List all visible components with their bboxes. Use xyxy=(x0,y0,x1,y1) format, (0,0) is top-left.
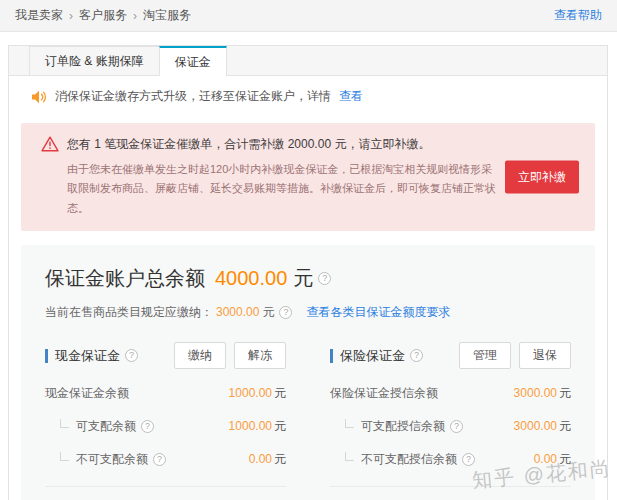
unfreeze-button[interactable]: 解冻 xyxy=(234,342,286,369)
row-value: 0.00 xyxy=(534,452,557,466)
deposit-columns: 现金保证金 ? 缴纳 解冻 现金保证金余额 1000.00元 可支配余额? 10… xyxy=(45,343,571,500)
help-icon[interactable]: ? xyxy=(318,272,331,285)
row-value: 1000.00 xyxy=(229,386,272,400)
row-value: 3000.00 xyxy=(514,419,557,433)
table-row: 现金保证金余额 1000.00元 xyxy=(45,385,286,402)
row-label: 不可支配余额 xyxy=(76,451,148,468)
surrender-button[interactable]: 退保 xyxy=(519,342,571,369)
help-icon[interactable]: ? xyxy=(141,420,154,433)
row-label: 保险保证金授信余额 xyxy=(330,385,438,402)
divider xyxy=(330,486,571,487)
tab-deposit[interactable]: 保证金 xyxy=(159,46,227,76)
divider xyxy=(45,486,286,487)
tree-connector xyxy=(60,452,69,461)
tab-strip: 订单险 & 账期保障 保证金 xyxy=(9,46,607,76)
breadcrumb-item-seller[interactable]: 我是卖家 xyxy=(15,7,63,24)
deposit-panel: 保证金账户总余额 4000.00 元 ? 当前在售商品类目规定应缴纳： 3000… xyxy=(21,245,595,500)
currency-unit: 元 xyxy=(293,265,313,292)
cash-deposit-title: 现金保证金 xyxy=(55,347,120,365)
account-total-label: 保证金账户总余额 xyxy=(45,265,205,292)
row-label: 不可支配授信余额 xyxy=(361,451,457,468)
currency-unit: 元 xyxy=(274,419,286,433)
payment-due-alert: 您有 1 笔现金保证金催缴单，合计需补缴 2000.00 元，请立即补缴。 由于… xyxy=(21,123,595,231)
help-icon[interactable]: ? xyxy=(279,306,292,319)
required-deposit-amount: 3000.00 xyxy=(216,305,259,319)
accent-bar xyxy=(330,349,333,363)
required-deposit-label: 当前在售商品类目规定应缴纳： xyxy=(45,304,213,321)
insurance-actions: 管理 退保 xyxy=(459,342,571,369)
breadcrumb: 我是卖家 › 客户服务 › 淘宝服务 xyxy=(15,7,191,24)
view-help-link[interactable]: 查看帮助 xyxy=(554,7,602,24)
tree-connector xyxy=(345,419,354,428)
top-bar: 我是卖家 › 客户服务 › 淘宝服务 查看帮助 xyxy=(0,0,617,32)
tab-order-insurance[interactable]: 订单险 & 账期保障 xyxy=(29,46,160,75)
cash-deposit-section: 现金保证金 ? 缴纳 解冻 现金保证金余额 1000.00元 可支配余额? 10… xyxy=(45,343,286,500)
pay-now-button[interactable]: 立即补缴 xyxy=(505,160,579,193)
table-row: 不可支配授信余额? 0.00元 xyxy=(330,451,571,468)
insurance-deposit-header: 保险保证金 ? 管理 退保 xyxy=(330,343,571,369)
row-value: 3000.00 xyxy=(514,386,557,400)
cash-actions: 缴纳 解冻 xyxy=(174,342,286,369)
currency-unit: 元 xyxy=(274,452,286,466)
accent-bar xyxy=(45,349,48,363)
currency-unit: 元 xyxy=(559,386,571,400)
table-row: 不可支配余额? 0.00元 xyxy=(45,451,286,468)
tree-connector xyxy=(345,452,354,461)
insurance-deposit-title: 保险保证金 xyxy=(340,347,405,365)
account-total: 保证金账户总余额 4000.00 元 ? xyxy=(45,265,571,292)
tree-connector xyxy=(60,419,69,428)
help-icon[interactable]: ? xyxy=(450,420,463,433)
row-value: 1000.00 xyxy=(229,419,272,433)
currency-unit: 元 xyxy=(262,304,274,321)
help-icon[interactable]: ? xyxy=(410,349,423,362)
help-icon[interactable]: ? xyxy=(125,349,138,362)
table-row: 保险保证金授信余额 3000.00元 xyxy=(330,385,571,402)
breadcrumb-separator: › xyxy=(133,9,137,23)
help-icon[interactable]: ? xyxy=(153,453,166,466)
row-label: 可支配授信余额 xyxy=(361,418,445,435)
category-quota-link[interactable]: 查看各类目保证金额度要求 xyxy=(306,304,450,321)
currency-unit: 元 xyxy=(274,386,286,400)
notice-text: 消保保证金缴存方式升级，迁移至保证金账户，详情 xyxy=(55,88,331,105)
table-row: 可支配授信余额? 3000.00元 xyxy=(330,418,571,435)
currency-unit: 元 xyxy=(559,452,571,466)
row-value: 0.00 xyxy=(249,452,272,466)
warning-icon xyxy=(41,136,59,155)
main-card: 订单险 & 账期保障 保证金 消保保证金缴存方式升级，迁移至保证金账户，详情 查… xyxy=(8,45,608,500)
insurance-deposit-section: 保险保证金 ? 管理 退保 保险保证金授信余额 3000.00元 可支配授信余额… xyxy=(330,343,571,500)
manage-button[interactable]: 管理 xyxy=(459,342,511,369)
notice-view-link[interactable]: 查看 xyxy=(339,88,363,105)
notice-bar: 消保保证金缴存方式升级，迁移至保证金账户，详情 查看 xyxy=(9,76,607,115)
alert-detail: 由于您未在催缴单发生之时起120小时内补缴现金保证金，已根据淘宝相关规则视情形采… xyxy=(67,160,499,218)
required-deposit-line: 当前在售商品类目规定应缴纳： 3000.00 元 ? 查看各类目保证金额度要求 xyxy=(45,304,571,321)
help-icon[interactable]: ? xyxy=(462,453,475,466)
cash-deposit-header: 现金保证金 ? 缴纳 解冻 xyxy=(45,343,286,369)
account-total-amount: 4000.00 xyxy=(215,267,287,290)
row-label: 可支配余额 xyxy=(76,418,136,435)
speaker-icon xyxy=(31,90,47,104)
alert-title: 您有 1 笔现金保证金催缴单，合计需补缴 2000.00 元，请立即补缴。 xyxy=(67,136,499,153)
pay-deposit-button[interactable]: 缴纳 xyxy=(174,342,226,369)
table-row: 可支配余额? 1000.00元 xyxy=(45,418,286,435)
breadcrumb-item-customer-service[interactable]: 客户服务 xyxy=(79,7,127,24)
row-label: 现金保证金余额 xyxy=(45,385,129,402)
breadcrumb-separator: › xyxy=(69,9,73,23)
currency-unit: 元 xyxy=(559,419,571,433)
breadcrumb-item-taobao-service: 淘宝服务 xyxy=(143,7,191,24)
